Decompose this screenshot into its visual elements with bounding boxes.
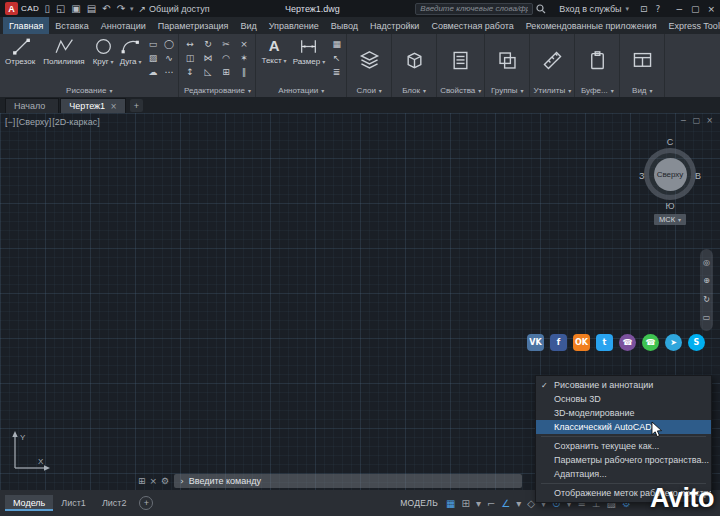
polar-tracking-icon[interactable]: ∠ xyxy=(501,498,510,509)
menu-item[interactable]: Основы 3D xyxy=(536,392,711,406)
window-minimize-icon[interactable]: − xyxy=(675,4,683,14)
file-tab[interactable]: Чертеж1 × xyxy=(60,98,125,113)
search-icon[interactable] xyxy=(536,4,546,14)
dimension-button[interactable]: Размер▾ xyxy=(291,36,328,67)
leader-icon[interactable]: ↖ xyxy=(329,51,344,64)
viewport-minimize-control[interactable]: [−] xyxy=(5,117,15,127)
line-button[interactable]: Отрезок xyxy=(3,36,39,67)
viewcube-south-label[interactable]: Ю xyxy=(665,201,674,211)
help-icon[interactable]: ? xyxy=(656,4,661,14)
rotate-icon[interactable]: ↻ xyxy=(200,37,215,50)
mirror-icon[interactable]: ⋈ xyxy=(200,51,215,64)
tools-icon[interactable]: ⚙ xyxy=(161,476,169,486)
chevron-down-icon[interactable]: ▾ xyxy=(476,498,481,509)
menu-item[interactable]: Адаптация... xyxy=(536,467,711,481)
new-file-icon[interactable]: ▯ xyxy=(44,3,50,14)
menu-item[interactable]: Сохранить текущее как... xyxy=(536,439,711,453)
viewcube-ring[interactable]: Сверху xyxy=(644,148,696,200)
menu-item[interactable]: ✓ Рисование и аннотации xyxy=(536,378,711,392)
app-store-icon[interactable]: ⊡ xyxy=(640,4,648,14)
table-icon[interactable]: ▦ xyxy=(329,37,344,50)
window-close-icon[interactable]: × xyxy=(707,4,715,14)
showmotion-icon[interactable]: ▭ xyxy=(703,313,711,322)
panel-utilities[interactable]: Утилиты▾ xyxy=(530,34,575,97)
rectangle-icon[interactable]: ▭ xyxy=(145,37,160,50)
layout-tab[interactable]: Лист2 xyxy=(94,495,135,511)
redo-icon[interactable]: ↷ xyxy=(117,3,125,14)
ribbon-tab[interactable]: Express Tools xyxy=(663,17,720,34)
recent-commands-icon[interactable]: ⊞ xyxy=(138,476,146,486)
window-restore-icon[interactable]: ▢ xyxy=(691,4,700,14)
viewcube-top-face[interactable]: Сверху xyxy=(654,158,687,191)
new-drawing-tab-button[interactable]: + xyxy=(130,99,143,112)
viewcube-north-label[interactable]: С xyxy=(667,137,674,147)
chevron-down-icon[interactable]: ▾ xyxy=(516,498,521,509)
share-button[interactable]: ↗ Общий доступ xyxy=(139,4,210,14)
application-menu-button[interactable]: A CAD xyxy=(5,2,39,15)
ribbon-tab[interactable]: Главная xyxy=(3,17,49,34)
viewport-close-icon[interactable]: × xyxy=(706,116,713,125)
spline-icon[interactable]: ∿ xyxy=(161,51,176,64)
panel-layers[interactable]: Слои▾ xyxy=(347,34,392,97)
polyline-button[interactable]: Полилиния xyxy=(41,36,89,67)
ribbon-tab[interactable]: Параметризация xyxy=(152,17,235,34)
more-draw-icon[interactable]: ⋯ xyxy=(161,65,176,78)
panel-label-annotate[interactable]: Аннотации ▾ xyxy=(259,84,343,97)
tab-close-icon[interactable]: × xyxy=(110,102,117,111)
undo-icon[interactable]: ↶ xyxy=(102,3,110,14)
text-style-icon[interactable]: ≣ xyxy=(329,65,344,78)
trim-icon[interactable]: ✂ xyxy=(218,37,233,50)
menu-item[interactable]: Параметры рабочего пространства... xyxy=(536,453,711,467)
ribbon-tab[interactable]: Рекомендованные приложения xyxy=(520,17,663,34)
ribbon-tab[interactable]: Надстройки xyxy=(364,17,425,34)
revision-cloud-icon[interactable]: ☁ xyxy=(145,65,160,78)
plot-icon[interactable]: ▤ xyxy=(87,3,96,14)
menu-item[interactable]: 3D-моделирование xyxy=(536,406,711,420)
wcs-menu[interactable]: МСК ▾ xyxy=(654,214,686,225)
viewcube[interactable]: С З В Сверху Ю МСК ▾ xyxy=(638,137,702,225)
panel-block[interactable]: Блок▾ xyxy=(392,34,437,97)
ribbon-tab[interactable]: Вставка xyxy=(49,17,94,34)
snap-mode-icon[interactable]: ⊞ xyxy=(462,498,470,509)
menu-item[interactable]: Классический AutoCAD xyxy=(536,420,711,434)
zoom-icon[interactable]: ⊕ xyxy=(703,276,710,285)
viewcube-west-label[interactable]: З xyxy=(639,171,644,181)
search-input[interactable] xyxy=(415,3,533,15)
ribbon-tab[interactable]: Управление xyxy=(263,17,325,34)
hatch-icon[interactable]: ▨ xyxy=(145,51,160,64)
orbit-icon[interactable]: ↻ xyxy=(703,295,710,304)
panel-view[interactable]: Вид▾ xyxy=(620,34,665,97)
fillet-icon[interactable]: ◠ xyxy=(218,51,233,64)
panel-label-draw[interactable]: Рисование ▾ xyxy=(3,84,175,97)
viewport-view-control[interactable]: [Сверху] xyxy=(16,117,51,127)
move-icon[interactable]: ↔ xyxy=(182,37,197,50)
file-tab[interactable]: Начало xyxy=(5,98,59,113)
new-layout-button[interactable]: + xyxy=(139,496,153,510)
panel-groups[interactable]: Группы▾ xyxy=(485,34,530,97)
offset-icon[interactable]: ∥ xyxy=(236,65,251,78)
chevron-down-icon[interactable]: ▾ xyxy=(130,5,134,13)
layout-tab[interactable]: Лист1 xyxy=(53,495,94,511)
navigation-wheel-icon[interactable]: ◎ xyxy=(703,258,710,267)
erase-icon[interactable]: × xyxy=(236,37,251,50)
circle-button[interactable]: Круг▾ xyxy=(91,36,116,67)
ortho-mode-icon[interactable]: ⌐ xyxy=(487,498,495,509)
panel-properties[interactable]: Свойства▾ xyxy=(437,34,485,97)
explode-icon[interactable]: ✶ xyxy=(236,51,251,64)
isodraft-icon[interactable]: ◇ xyxy=(527,498,535,509)
viewport-visual-style-control[interactable]: [2D-каркас] xyxy=(52,117,99,127)
layout-tab[interactable]: Модель xyxy=(5,495,53,511)
arc-button[interactable]: Дуга▾ xyxy=(118,36,144,67)
scale-icon[interactable]: ◺ xyxy=(200,65,215,78)
ribbon-tab[interactable]: Совместная работа xyxy=(425,17,519,34)
copy-icon[interactable]: ◫ xyxy=(182,51,197,64)
grid-display-icon[interactable]: ▦ xyxy=(446,498,455,509)
array-icon[interactable]: ⊞ xyxy=(218,65,233,78)
save-icon[interactable]: ▣ xyxy=(71,3,80,14)
ellipse-icon[interactable]: ◯ xyxy=(161,37,176,50)
stretch-icon[interactable]: ↕ xyxy=(182,65,197,78)
panel-clipboard[interactable]: Буфе...▾ xyxy=(575,34,620,97)
close-commandline-icon[interactable]: × xyxy=(150,476,158,486)
model-space-label[interactable]: МОДЕЛЬ xyxy=(400,498,438,508)
command-input[interactable]: › Введите команду xyxy=(174,474,522,488)
